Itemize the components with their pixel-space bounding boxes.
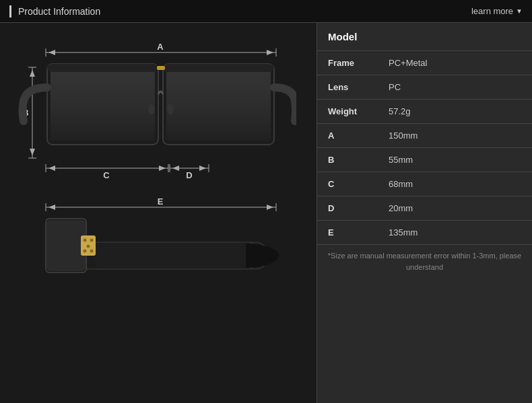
table-row: Model bbox=[317, 23, 532, 51]
spec-value: 150mm bbox=[378, 124, 532, 148]
main-content: A B C D bbox=[0, 23, 532, 403]
side-view-svg: E bbox=[13, 195, 296, 320]
measurement-note: *Size are manual measurement error withi… bbox=[317, 245, 532, 278]
spec-value: 20mm bbox=[378, 196, 532, 221]
spec-value: PC+Metal bbox=[378, 51, 532, 75]
spec-value: 57.2g bbox=[378, 100, 532, 124]
svg-marker-10 bbox=[30, 149, 35, 155]
svg-text:A: A bbox=[157, 42, 164, 52]
svg-rect-48 bbox=[47, 221, 85, 270]
svg-marker-3 bbox=[48, 50, 55, 55]
svg-rect-56 bbox=[96, 244, 257, 268]
page-title: Product Information bbox=[18, 6, 100, 17]
svg-marker-15 bbox=[48, 166, 55, 171]
spec-label: A bbox=[317, 124, 378, 148]
table-row: LensPC bbox=[317, 75, 532, 100]
table-row: FramePC+Metal bbox=[317, 51, 532, 75]
front-diagram: A B C D bbox=[13, 34, 296, 182]
spec-label: C bbox=[317, 172, 378, 196]
header-left: Product Information bbox=[9, 5, 100, 17]
left-panel: A B C D bbox=[0, 23, 317, 403]
table-row: Weight57.2g bbox=[317, 100, 532, 124]
specs-table: ModelFramePC+MetalLensPCWeight57.2gA150m… bbox=[317, 23, 532, 245]
header-bar-decoration bbox=[9, 5, 11, 17]
spec-value: PC bbox=[378, 75, 532, 100]
spec-label: E bbox=[317, 221, 378, 245]
svg-marker-21 bbox=[172, 166, 179, 171]
svg-point-53 bbox=[87, 245, 90, 248]
table-row: A150mm bbox=[317, 124, 532, 148]
header: Product Information learn more ▼ bbox=[0, 0, 532, 23]
svg-point-54 bbox=[84, 250, 87, 253]
spec-label: B bbox=[317, 148, 378, 172]
svg-marker-9 bbox=[30, 70, 35, 77]
learn-more-button[interactable]: learn more ▼ bbox=[471, 6, 523, 16]
table-row: E135mm bbox=[317, 221, 532, 245]
table-row: B55mm bbox=[317, 148, 532, 172]
svg-rect-34 bbox=[157, 66, 165, 70]
svg-point-31 bbox=[167, 104, 174, 114]
side-diagram: E bbox=[13, 195, 296, 320]
svg-marker-38 bbox=[48, 205, 55, 210]
spec-label: Frame bbox=[317, 51, 378, 75]
svg-rect-29 bbox=[166, 67, 271, 141]
right-panel: ModelFramePC+MetalLensPCWeight57.2gA150m… bbox=[317, 23, 532, 403]
svg-rect-28 bbox=[51, 67, 155, 141]
learn-more-label: learn more bbox=[471, 6, 513, 16]
svg-marker-16 bbox=[159, 166, 166, 171]
svg-marker-39 bbox=[267, 205, 273, 210]
svg-rect-32 bbox=[47, 64, 158, 72]
svg-marker-4 bbox=[267, 50, 273, 55]
spec-value: 135mm bbox=[378, 221, 532, 245]
spec-label: Model bbox=[317, 23, 378, 51]
svg-text:C: C bbox=[103, 170, 110, 180]
spec-label: Weight bbox=[317, 100, 378, 124]
spec-value bbox=[378, 23, 532, 51]
table-row: D20mm bbox=[317, 196, 532, 221]
svg-marker-22 bbox=[199, 166, 206, 171]
front-view-svg: A B C D bbox=[13, 34, 296, 182]
svg-point-30 bbox=[148, 104, 155, 114]
svg-text:D: D bbox=[186, 170, 192, 180]
svg-text:E: E bbox=[158, 196, 164, 207]
svg-point-55 bbox=[90, 250, 94, 253]
svg-point-51 bbox=[84, 239, 87, 242]
table-row: C68mm bbox=[317, 172, 532, 196]
chevron-down-icon: ▼ bbox=[516, 7, 523, 15]
svg-point-52 bbox=[90, 239, 94, 242]
spec-label: D bbox=[317, 196, 378, 221]
spec-value: 55mm bbox=[378, 148, 532, 172]
spec-value: 68mm bbox=[378, 172, 532, 196]
spec-label: Lens bbox=[317, 75, 378, 100]
svg-rect-33 bbox=[163, 64, 274, 72]
